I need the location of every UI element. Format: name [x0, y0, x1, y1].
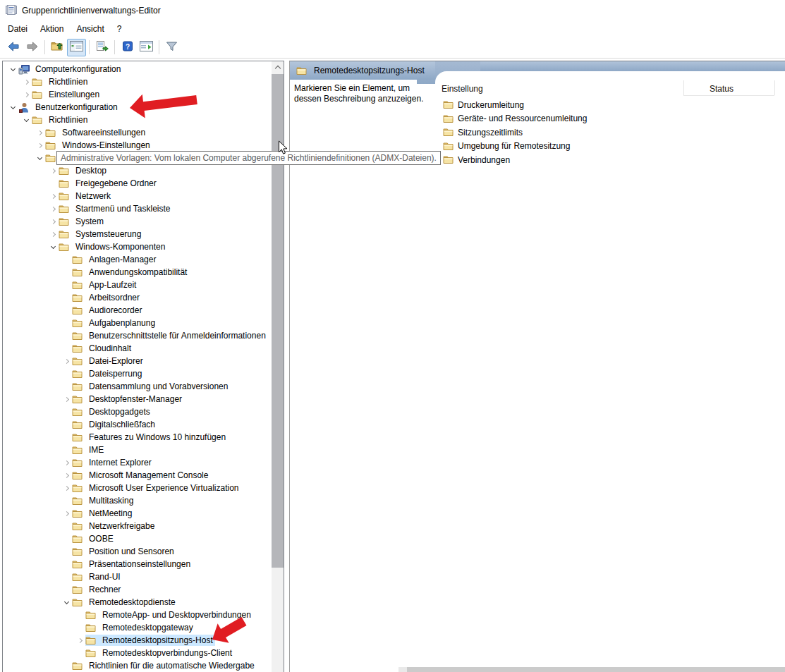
tree-item-netzwerk[interactable]: Netzwerk — [3, 190, 271, 202]
chevron-right-icon[interactable] — [61, 355, 72, 367]
tree-item-microsoft-user-experience-virtualization[interactable]: Microsoft User Experience Virtualization — [3, 482, 271, 494]
up-one-level-button[interactable] — [48, 39, 67, 56]
horizontal-scrollbar[interactable] — [407, 667, 785, 672]
chevron-right-icon[interactable] — [61, 393, 72, 405]
tree-item-ime[interactable]: IME — [3, 444, 271, 456]
tree-item-startmen-und-taskleiste[interactable]: Startmenü und Taskleiste — [3, 202, 271, 215]
tree-item-rechner[interactable]: Rechner — [3, 583, 271, 596]
setting-item-sitzungszeitlimits[interactable]: Sitzungszeitlimits — [439, 126, 782, 140]
menu-ansicht[interactable]: Ansicht — [71, 23, 109, 35]
tree-item-windows-einstellungen[interactable]: Windows-Einstellungen — [3, 139, 271, 152]
column-header-einstellung[interactable]: Einstellung — [442, 84, 483, 94]
chevron-down-icon[interactable] — [7, 63, 18, 75]
tree-item-app-laufzeit[interactable]: App-Laufzeit — [3, 279, 271, 291]
tree-item-anlagen-manager[interactable]: Anlagen-Manager — [3, 253, 271, 266]
tree-item-aufgabenplanung[interactable]: Aufgabenplanung — [3, 317, 271, 329]
tree-item-softwareeinstellungen[interactable]: Softwareeinstellungen — [3, 126, 271, 139]
chevron-right-icon[interactable] — [47, 216, 59, 227]
folder-icon — [59, 229, 71, 240]
chevron-right-icon[interactable] — [74, 635, 85, 646]
tree-item-netmeeting[interactable]: NetMeeting — [3, 507, 271, 520]
setting-item-ger-te-und-ressourcenumleitung[interactable]: Geräte- und Ressourcenumleitung — [439, 112, 782, 126]
chevron-right-icon[interactable] — [47, 203, 59, 214]
export-list-button[interactable] — [92, 39, 111, 56]
chevron-down-icon[interactable] — [61, 597, 72, 608]
chevron-right-icon[interactable] — [47, 228, 59, 240]
tree-item-windows-komponenten[interactable]: Windows-Komponenten — [3, 240, 271, 253]
tree-item-rand-ui[interactable]: Rand-UI — [3, 570, 271, 583]
tree-item-oobe[interactable]: OOBE — [3, 532, 271, 545]
setting-item-druckerumleitung[interactable]: Druckerumleitung — [439, 98, 782, 112]
tree-item-digitalschlie-fach[interactable]: Digitalschließfach — [3, 418, 271, 431]
tree-item-label: Internet Explorer — [87, 457, 154, 468]
tree-item-audiorecorder[interactable]: Audiorecorder — [3, 304, 271, 317]
tree-item-datensammlung-und-vorabversionen[interactable]: Datensammlung und Vorabversionen — [3, 380, 271, 393]
tree-item-systemsteuerung[interactable]: Systemsteuerung — [3, 228, 271, 240]
chevron-right-icon[interactable] — [20, 76, 32, 87]
chevron-right-icon[interactable] — [34, 140, 45, 151]
tree-item-features-zu-windows-10-hinzuf-gen[interactable]: Features zu Windows 10 hinzufügen — [3, 431, 271, 444]
setting-item-verbindungen[interactable]: Verbindungen — [439, 153, 782, 167]
tree-item-label: Systemsteuerung — [73, 228, 143, 240]
tree-item-computerkonfiguration[interactable]: Computerkonfiguration — [3, 63, 271, 75]
chevron-down-icon[interactable] — [20, 114, 32, 126]
chevron-right-icon[interactable] — [47, 190, 59, 202]
tree-item-position-und-sensoren[interactable]: Position und Sensoren — [3, 545, 271, 558]
tree-item-content: Desktop — [59, 165, 109, 176]
column-divider[interactable] — [774, 80, 775, 95]
tree-item-desktopfenster-manager[interactable]: Desktopfenster-Manager — [3, 393, 271, 405]
scroll-up-button[interactable] — [272, 61, 284, 73]
chevron-right-icon[interactable] — [20, 89, 32, 100]
tree-item-anwendungskompatibilit-t[interactable]: Anwendungskompatibilität — [3, 266, 271, 279]
tree-item-freigegebene-ordner[interactable]: Freigegebene Ordner — [3, 177, 271, 190]
folder-icon — [72, 496, 84, 506]
menu-aktion[interactable]: Aktion — [35, 23, 68, 35]
chevron-down-icon[interactable] — [34, 152, 45, 164]
tree-item-multitasking[interactable]: Multitasking — [3, 494, 271, 507]
help-button[interactable]: ? — [118, 39, 137, 56]
chevron-right-icon[interactable] — [61, 482, 72, 494]
tree-item-netzwerkfreigabe[interactable]: Netzwerkfreigabe — [3, 520, 271, 532]
tree-item-benutzerschnittstelle-f-r-anmeldeinformationen[interactable]: Benutzerschnittstelle für Anmeldeinforma… — [3, 329, 271, 342]
tree-item-system[interactable]: System — [3, 215, 271, 228]
tree-item-pr-sentationseinstellungen[interactable]: Präsentationseinstellungen — [3, 558, 271, 570]
tree-item-microsoft-management-console[interactable]: Microsoft Management Console — [3, 469, 271, 482]
setting-item-umgebung-f-r-remotesitzung[interactable]: Umgebung für Remotesitzung — [439, 140, 782, 154]
tree-item-richtlinien-f-r-die-automatische-wiedergabe[interactable]: Richtlinien für die automatische Wiederg… — [3, 659, 271, 672]
tree-item-internet-explorer[interactable]: Internet Explorer — [3, 456, 271, 469]
back-button[interactable] — [4, 39, 23, 56]
chevron-down-icon[interactable] — [47, 241, 59, 252]
expander-spacer — [61, 495, 72, 506]
horizontal-scrollbar-track[interactable] — [398, 667, 407, 672]
show-action-pane-button[interactable] — [137, 39, 156, 56]
chevron-right-icon[interactable] — [47, 165, 59, 176]
toolbar-separator — [44, 40, 45, 54]
tree-item-datei-explorer[interactable]: Datei-Explorer — [3, 355, 271, 367]
chevron-right-icon[interactable] — [61, 457, 72, 468]
tree-item-dateisperrung[interactable]: Dateisperrung — [3, 367, 271, 380]
column-divider[interactable] — [683, 80, 684, 95]
chevron-right-icon[interactable] — [61, 508, 72, 519]
filter-button[interactable] — [162, 39, 181, 56]
tree-item-cloudinhalt[interactable]: Cloudinhalt — [3, 342, 271, 355]
folder-icon — [72, 534, 84, 544]
chevron-right-icon[interactable] — [61, 470, 72, 481]
tree-item-remotedesktopdienste[interactable]: Remotedesktopdienste — [3, 596, 271, 609]
tree-item-desktopgadgets[interactable]: Desktopgadgets — [3, 405, 271, 418]
chevron-right-icon[interactable] — [34, 127, 45, 138]
menu-hilfe[interactable]: ? — [112, 23, 127, 35]
show-console-tree-button[interactable] — [67, 39, 86, 56]
menu-datei[interactable]: Datei — [3, 23, 32, 35]
tree-item-arbeitsordner[interactable]: Arbeitsordner — [3, 291, 271, 304]
folder-icon — [72, 585, 84, 595]
forward-button[interactable] — [23, 39, 42, 56]
tree-item-desktop[interactable]: Desktop — [3, 164, 271, 177]
setting-item-label: Umgebung für Remotesitzung — [458, 141, 570, 151]
tree-item-content: Remotedesktopverbindungs-Client — [85, 647, 234, 659]
folder-up-icon — [51, 41, 64, 54]
tree-item-richtlinien[interactable]: Richtlinien — [3, 75, 271, 88]
tree-item-remotedesktopverbindungs-client[interactable]: Remotedesktopverbindungs-Client — [3, 647, 271, 659]
expander-spacer — [61, 558, 72, 570]
column-header-status[interactable]: Status — [710, 84, 734, 94]
chevron-down-icon[interactable] — [7, 102, 18, 113]
